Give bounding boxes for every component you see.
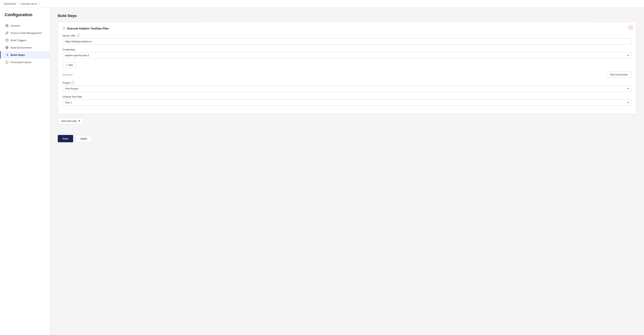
breadcrumb-home[interactable]: Dashboard [4,2,16,5]
close-card-button[interactable]: ✕ [628,25,633,30]
main-content: Build Steps ☰ Execute Katalon TestOps Pl… [50,8,644,335]
sidebar-item-general-label: General [10,24,20,27]
gear-icon [5,24,9,27]
connection-row: Success! Test Connection [62,72,632,78]
sidebar-item-general[interactable]: General [0,22,50,29]
svg-point-0 [6,25,7,26]
sidebar-title: Configuration [0,12,50,22]
add-credentials-button[interactable]: + Add [62,62,76,68]
test-plan-label: Choose Test Plan [62,95,632,98]
footer-actions: Save Apply [58,132,636,142]
test-plan-select[interactable]: Test 1 [62,99,632,106]
sidebar-item-post-build[interactable]: Post-build Actions [0,58,50,66]
server-url-field-group: Server URL ? [62,34,632,45]
globe-icon [5,46,9,49]
section-title: Build Steps [58,14,636,18]
sidebar-item-build-environment-label: Build Environment [10,46,32,49]
sidebar-item-source-code[interactable]: Source Code Management [0,29,50,36]
server-url-label: Server URL ? [62,34,632,37]
test-connection-button[interactable]: Test Connection [606,72,632,78]
sidebar-item-build-triggers-label: Build Triggers [10,39,26,42]
project-select[interactable]: First Project [62,86,632,92]
build-step-card: ☰ Execute Katalon TestOps Plan ✕ Server … [58,22,636,114]
credentials-select[interactable]: katalon-api-key-test-2 [62,52,632,58]
cube-icon [5,60,9,64]
sidebar-item-build-triggers[interactable]: Build Triggers [0,36,50,44]
server-url-input[interactable] [62,38,632,45]
test-plan-field-group: Choose Test Plan Test 1 ▼ [62,95,632,106]
drag-icon: ☰ [62,26,65,30]
project-field-group: Project ? First Project ▼ [62,81,632,92]
add-credentials-label: Add [68,64,73,66]
success-text: Success! [62,73,73,76]
credentials-select-wrapper: katalon-api-key-test-2 ▼ [62,52,632,58]
sidebar-item-build-environment[interactable]: Build Environment [0,44,50,51]
project-select-wrapper: First Project ▼ [62,86,632,92]
add-build-step-arrow-icon: ▼ [78,120,80,122]
project-label: Project ? [62,81,632,84]
credentials-field-group: Credentials katalon-api-key-test-2 ▼ [62,48,632,58]
credentials-label: Credentials [62,48,632,51]
breadcrumb-sep-1: > [18,2,19,5]
card-header: ☰ Execute Katalon TestOps Plan [62,26,632,30]
trigger-icon [5,38,9,42]
sidebar-item-build-steps-label: Build Steps [10,54,25,56]
svg-point-2 [7,32,8,32]
card-title: Execute Katalon TestOps Plan [67,27,109,30]
sidebar-item-post-build-label: Post-build Actions [10,61,31,64]
apply-button[interactable]: Apply [76,135,92,142]
server-url-help-icon[interactable]: ? [77,34,80,37]
breadcrumb: Dashboard > freestyle demo > [0,0,644,8]
sidebar-item-source-code-label: Source Code Management [10,32,42,34]
test-plan-select-wrapper: Test 1 ▼ [62,99,632,106]
add-build-step-label: Add build step [61,120,77,122]
breadcrumb-sep-2: > [38,2,40,5]
sidebar: Configuration General Source Code Manage… [0,8,50,335]
save-button[interactable]: Save [58,135,73,142]
project-help-icon[interactable]: ? [72,81,74,84]
breadcrumb-project[interactable]: freestyle demo [20,2,37,5]
branch-icon [5,31,9,35]
svg-point-3 [6,33,6,34]
sidebar-item-build-steps[interactable]: Build Steps [0,51,50,58]
add-build-step-button[interactable]: Add build step ▼ [58,118,84,124]
list-icon [5,53,9,56]
add-plus-icon: + [66,64,67,66]
